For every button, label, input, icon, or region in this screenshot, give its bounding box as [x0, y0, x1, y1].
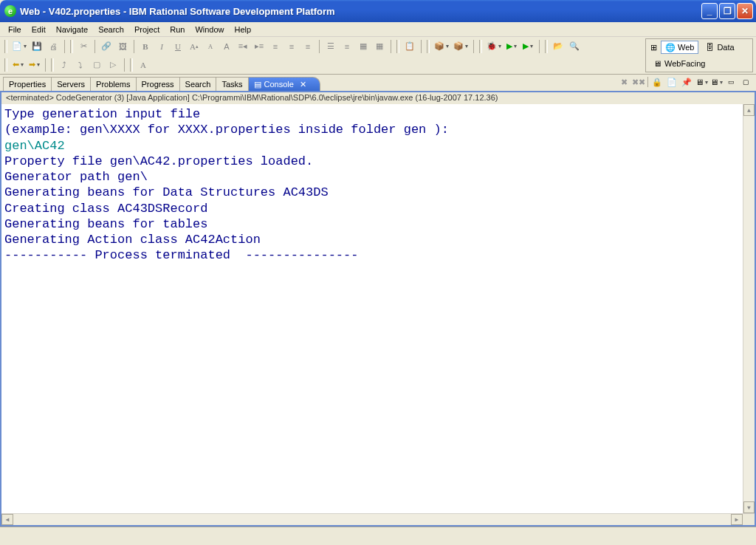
window-title: Web - V402.properties - IBM Rational Sof…	[20, 6, 701, 17]
debug-button[interactable]: 🐞	[485, 39, 503, 54]
console-line: ----------- Process terminated ---------…	[4, 247, 752, 263]
tab-console[interactable]: ▤ Console ✕	[248, 77, 320, 91]
app-icon: e	[4, 5, 16, 17]
console-line: Generating Action class AC42Action	[4, 232, 752, 247]
tab-tasks[interactable]: Tasks	[216, 77, 248, 91]
menu-file[interactable]: File	[3, 24, 27, 35]
close-tab-icon[interactable]: ✕	[300, 80, 306, 89]
stop-icon[interactable]: ▢	[89, 58, 104, 72]
globe-icon: 🌐	[665, 42, 676, 52]
menu-window[interactable]: Window	[190, 24, 229, 35]
nav-up-icon[interactable]: ⤴	[57, 58, 72, 72]
print-button[interactable]: 🖨	[46, 39, 61, 54]
tab-problems[interactable]: Problems	[90, 77, 136, 91]
console-line: (example: gen\XXXX for XXXX.properties i…	[4, 122, 752, 137]
align-left-button[interactable]: ≡	[268, 39, 283, 54]
play-icon[interactable]: ▷	[106, 58, 120, 72]
forward-button[interactable]: ➡	[27, 58, 41, 72]
indent-button[interactable]: ▸≡	[252, 39, 267, 54]
toolbar-grip[interactable]	[130, 58, 133, 72]
minimize-view-icon[interactable]: ▭	[725, 76, 737, 88]
clear-console-icon[interactable]: 📄	[666, 76, 678, 88]
link-icon[interactable]: 🔗	[99, 39, 114, 54]
menu-run[interactable]: Run	[165, 24, 190, 35]
remove-launch-icon[interactable]: ✖	[618, 76, 630, 88]
remove-all-icon[interactable]: ✖✖	[633, 76, 645, 88]
toolbar-grip[interactable]	[51, 58, 54, 72]
perspective-web[interactable]: 🌐 Web	[661, 41, 698, 54]
toolbar-grip[interactable]	[4, 40, 7, 53]
tab-properties[interactable]: Properties	[3, 77, 52, 91]
back-button[interactable]: ⬅	[10, 58, 25, 72]
pin-console-icon[interactable]: 📌	[681, 76, 693, 88]
font-large-button[interactable]: A▴	[187, 39, 202, 54]
console-line: Property file gen\AC42.properties loaded…	[4, 154, 752, 169]
data-icon: 🗄	[704, 42, 715, 52]
menu-help[interactable]: Help	[230, 24, 257, 35]
image-icon[interactable]: 🖼	[115, 39, 130, 54]
console-output[interactable]: Type generation input file (example: gen…	[0, 104, 756, 527]
open-perspective-icon[interactable]: ⊞	[648, 42, 659, 52]
console-launch-header: <terminated> CodeGenerator (3) [Java App…	[0, 91, 756, 104]
console-line: Creating class AC43DSRecord	[4, 201, 752, 216]
close-window-button[interactable]: ✕	[737, 3, 753, 19]
scroll-up-icon[interactable]: ▲	[743, 104, 755, 116]
open-console-icon[interactable]: 🖥	[710, 76, 722, 88]
scroll-down-icon[interactable]: ▼	[743, 501, 755, 513]
minimize-button[interactable]: _	[701, 3, 718, 19]
toolbar-grip[interactable]	[396, 40, 399, 53]
tab-search[interactable]: Search	[179, 77, 217, 91]
toolbar-grip[interactable]	[545, 40, 548, 53]
toolbar-grip[interactable]	[4, 58, 7, 72]
numbered-list-button[interactable]: ≡	[340, 39, 354, 54]
list-button[interactable]: ☰	[323, 39, 338, 54]
open-folder-icon[interactable]: 📂	[551, 39, 566, 54]
bold-button[interactable]: B	[138, 39, 153, 54]
console-line: Generating beans for Data Structures AC4…	[4, 185, 752, 200]
toolbar-grip[interactable]	[427, 40, 430, 53]
menu-edit[interactable]: Edit	[27, 24, 51, 35]
new-button[interactable]: 📄	[10, 39, 28, 54]
font-icon[interactable]: A	[136, 58, 151, 72]
tab-progress[interactable]: Progress	[136, 77, 180, 91]
console-view-icon: ▤	[254, 80, 261, 89]
search-icon[interactable]: 🔍	[567, 39, 582, 54]
package-icon[interactable]: 📦	[433, 39, 450, 54]
toolbar-grip[interactable]	[70, 40, 73, 53]
cut-icon[interactable]: ✂	[76, 39, 91, 54]
console-user-input: gen\AC42	[4, 138, 752, 154]
font-color-button[interactable]: A	[219, 39, 234, 54]
align-right-button[interactable]: ≡	[300, 39, 315, 54]
save-button[interactable]: 💾	[30, 39, 44, 54]
nav-down-icon[interactable]: ⤵	[73, 58, 88, 72]
external-tools-button[interactable]: ▶	[520, 39, 535, 54]
toolbar-grip[interactable]	[479, 40, 482, 53]
menu-project[interactable]: Project	[129, 24, 165, 35]
font-small-button[interactable]: A	[203, 39, 218, 54]
perspective-switcher: ⊞ 🌐 Web 🗄 Data 🖥 WebFacing	[645, 38, 753, 72]
perspective-webfacing[interactable]: 🖥 WebFacing	[648, 58, 709, 69]
run-button[interactable]: ▶	[504, 39, 519, 54]
scroll-lock-icon[interactable]: 🔒	[651, 76, 663, 88]
menu-navigate[interactable]: Navigate	[51, 24, 93, 35]
doc-icon[interactable]: 📋	[402, 39, 417, 54]
tab-servers[interactable]: Servers	[51, 77, 91, 91]
scroll-right-icon[interactable]: ▶	[731, 514, 743, 525]
package-plus-icon[interactable]: 📦	[452, 39, 470, 54]
console-line: Type generation input file	[4, 106, 752, 122]
maximize-view-icon[interactable]: ▢	[740, 76, 752, 88]
align-center-button[interactable]: ≡	[284, 39, 299, 54]
horizontal-scrollbar[interactable]: ◀ ▶	[1, 513, 755, 525]
table-button[interactable]: ▦	[356, 39, 371, 54]
display-selected-console-icon[interactable]: 🖥	[695, 76, 707, 88]
vertical-scrollbar[interactable]: ▲ ▼	[743, 104, 755, 513]
outdent-button[interactable]: ≡◂	[236, 39, 250, 54]
underline-button[interactable]: U	[171, 39, 185, 54]
italic-button[interactable]: I	[154, 39, 169, 54]
scroll-corner	[743, 514, 755, 525]
scroll-left-icon[interactable]: ◀	[1, 514, 13, 525]
perspective-data[interactable]: 🗄 Data	[701, 41, 738, 53]
grid-button[interactable]: ▦	[372, 39, 387, 54]
maximize-button[interactable]: ❐	[719, 3, 735, 19]
menu-search[interactable]: Search	[93, 24, 129, 35]
